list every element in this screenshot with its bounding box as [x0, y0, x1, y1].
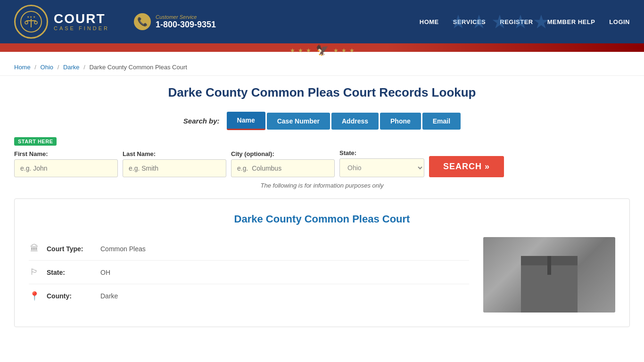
court-type-value: Common Pleas [100, 245, 146, 253]
star-3: ★ [306, 47, 311, 54]
breadcrumb-darke[interactable]: Darke [63, 64, 80, 71]
start-here-badge: START HERE [14, 137, 57, 146]
customer-service-label: Customer Service [156, 14, 216, 20]
first-name-label: First Name: [14, 150, 118, 157]
tab-address[interactable]: Address [331, 113, 379, 130]
city-group: City (optional): [231, 150, 335, 177]
tab-name[interactable]: Name [227, 112, 265, 130]
court-card-title: Darke County Common Pleas Court [29, 213, 615, 225]
first-name-input[interactable] [14, 159, 118, 177]
county-label: County: [47, 292, 94, 300]
state-group: State: Ohio Alabama Alaska Arizona Calif… [339, 149, 424, 177]
county-value: Darke [100, 292, 118, 300]
logo-case-finder-text: CASE FINDER [54, 25, 109, 31]
search-button[interactable]: SEARCH » [429, 156, 504, 177]
phone-number: 1-800-309-9351 [156, 20, 216, 29]
red-banner: ★ ★ ★ 🦅 ★ ★ ★ [0, 43, 644, 52]
first-name-group: First Name: [14, 150, 118, 177]
court-info-state: 🏳 State: OH [29, 261, 469, 284]
nav-member-help[interactable]: MEMBER HELP [547, 18, 595, 25]
last-name-label: Last Name: [123, 150, 226, 157]
breadcrumb-sep-2: / [58, 64, 59, 71]
eagle-stars-right: ★ ★ ★ [333, 47, 355, 54]
breadcrumb-ohio[interactable]: Ohio [41, 64, 53, 71]
logo-court-text: COURT [54, 12, 109, 25]
court-type-label: Court Type: [47, 245, 94, 253]
court-card-body: 🏛 Court Type: Common Pleas 🏳 State: OH 📍… [29, 237, 615, 313]
eagle-icon: 🦅 [316, 44, 329, 57]
star-5: ★ [341, 47, 347, 54]
nav-login[interactable]: LOGIN [609, 18, 630, 25]
eagle-stars-left: ★ ★ ★ [290, 47, 311, 54]
court-image [483, 237, 615, 313]
star-6: ★ [349, 47, 355, 54]
building-icon: 🏛 [29, 244, 40, 254]
phone-area: 📞 Customer Service 1-800-309-9351 [134, 13, 216, 30]
logo-circle: ★ ★ ★ [14, 5, 48, 39]
eagle-banner: ★ ★ ★ 🦅 ★ ★ ★ [290, 44, 355, 57]
form-row: First Name: Last Name: City (optional): … [14, 149, 630, 177]
search-by-label: Search by: [183, 117, 220, 125]
main-content: Darke County Common Pleas Court Records … [0, 76, 644, 337]
header: ★ ★ ★ COURT CASE FINDER 📞 Customer Servi… [0, 0, 644, 43]
info-note: The following is for information purpose… [14, 182, 630, 189]
tab-case-number[interactable]: Case Number [267, 113, 330, 130]
phone-icon: 📞 [134, 13, 151, 30]
court-card: Darke County Common Pleas Court 🏛 Court … [14, 198, 630, 327]
page-title: Darke County Common Pleas Court Records … [14, 85, 630, 100]
phone-text: Customer Service 1-800-309-9351 [156, 14, 216, 30]
breadcrumb-sep-3: / [83, 64, 85, 71]
state-label-card: State: [47, 269, 94, 276]
search-by-row: Search by: Name Case Number Address Phon… [14, 112, 630, 130]
breadcrumb-home[interactable]: Home [14, 64, 31, 71]
breadcrumb-sep-1: / [34, 64, 36, 71]
breadcrumb: Home / Ohio / Darke / Darke County Commo… [0, 59, 644, 76]
state-value: OH [100, 269, 110, 276]
flag-icon: 🏳 [29, 267, 40, 277]
court-info-type: 🏛 Court Type: Common Pleas [29, 237, 469, 261]
star-1: ★ [290, 47, 295, 54]
star-4: ★ [333, 47, 339, 54]
state-select[interactable]: Ohio Alabama Alaska Arizona California F… [339, 158, 424, 177]
state-label: State: [339, 149, 424, 156]
logo-area: ★ ★ ★ COURT CASE FINDER 📞 Customer Servi… [14, 5, 216, 39]
svg-text:★ ★ ★: ★ ★ ★ [27, 16, 35, 18]
last-name-group: Last Name: [123, 150, 226, 177]
court-info-list: 🏛 Court Type: Common Pleas 🏳 State: OH 📍… [29, 237, 469, 308]
city-label: City (optional): [231, 150, 335, 157]
breadcrumb-current: Darke County Common Pleas Court [89, 64, 187, 71]
last-name-input[interactable] [123, 159, 226, 177]
city-input[interactable] [231, 159, 335, 177]
search-form-area: START HERE First Name: Last Name: City (… [14, 137, 630, 177]
header-stars-bg: ★ ★ ★ ★ ★ [450, 0, 550, 43]
tab-email[interactable]: Email [422, 113, 461, 130]
nav-home[interactable]: HOME [420, 18, 439, 25]
logo-text: COURT CASE FINDER [54, 12, 109, 31]
map-icon: 📍 [29, 291, 40, 301]
svg-point-5 [34, 21, 37, 24]
svg-point-4 [25, 21, 28, 24]
star-2: ★ [298, 47, 303, 54]
tab-phone[interactable]: Phone [380, 113, 421, 130]
court-info-county: 📍 County: Darke [29, 284, 469, 308]
court-image-placeholder [483, 237, 615, 313]
